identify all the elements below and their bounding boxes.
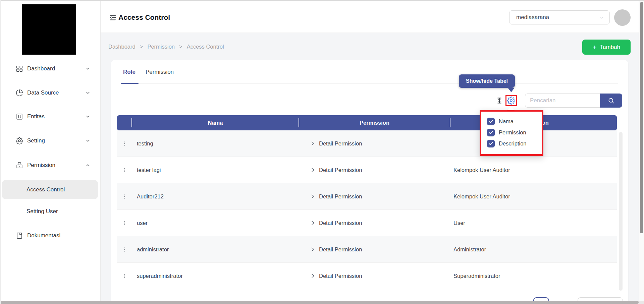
table-row: Auditor212 Detail Permission Kelompok Us…: [117, 183, 617, 210]
detail-permission-label: Detail Permission: [319, 220, 362, 226]
cell-description: Administrator: [450, 246, 617, 253]
text-height-icon[interactable]: [495, 97, 503, 105]
avatar[interactable]: [614, 9, 631, 26]
checkbox-checked[interactable]: [487, 140, 495, 147]
page-title: Access Control: [118, 13, 170, 21]
search-button[interactable]: [600, 94, 622, 108]
add-button[interactable]: + Tambah: [582, 40, 631, 55]
sidebar-subitem-label: Setting User: [26, 208, 58, 215]
sidebar-item-setting[interactable]: Setting: [0, 133, 101, 148]
row-kebab-menu-icon[interactable]: [122, 246, 127, 253]
breadcrumb-separator: >: [179, 44, 182, 50]
chevron-right-icon: [310, 220, 315, 226]
scrollbar-corner: [639, 301, 644, 304]
annotation-box-gear: [505, 95, 517, 106]
detail-permission-label: Detail Permission: [319, 246, 362, 253]
row-kebab-menu-icon[interactable]: [122, 140, 127, 147]
breadcrumb-permission[interactable]: Permission: [147, 44, 175, 50]
sidebar: Dashboard Data Source Entitas: [0, 0, 101, 304]
chevron-down-icon: [85, 114, 91, 119]
workspace-select-value: mediasarana: [516, 14, 549, 21]
gear-icon: [16, 137, 23, 144]
vertical-scrollbar-thumb[interactable]: [640, 2, 643, 233]
sidebar-item-label: Dokumentasi: [27, 232, 60, 239]
sidebar-item-label: Setting: [27, 137, 45, 144]
check-icon: [488, 119, 493, 124]
sidebar-item-permission[interactable]: Permission: [0, 158, 101, 173]
row-kebab-menu-icon[interactable]: [122, 193, 127, 200]
tab-permission[interactable]: Permission: [146, 69, 174, 75]
breadcrumb-dashboard[interactable]: Dashboard: [108, 44, 136, 50]
app-window: Dashboard Data Source Entitas: [0, 0, 644, 304]
detail-permission-toggle[interactable]: Detail Permission: [299, 246, 450, 253]
detail-permission-toggle[interactable]: Detail Permission: [299, 193, 450, 200]
breadcrumb-access-control[interactable]: Access Control: [187, 44, 224, 50]
chevron-right-icon: [310, 247, 315, 252]
cell-description: User: [450, 220, 617, 226]
add-button-label: Tambah: [600, 44, 620, 51]
sidebar-item-setting-user[interactable]: Setting User: [2, 204, 98, 219]
column-toggle-popup: Nama Permission Description: [480, 110, 543, 156]
cell-name: testing: [132, 140, 299, 147]
cell-description: Superadministrator: [450, 273, 617, 279]
cell-description: Kelompok User Auditor: [450, 193, 617, 200]
sidebar-collapse-icon[interactable]: [109, 14, 117, 21]
pie-chart-icon: [16, 89, 23, 97]
horizontal-scrollbar-thumb[interactable]: [0, 301, 639, 304]
logo: [22, 4, 76, 55]
sidebar-item-access-control[interactable]: Access Control: [2, 180, 98, 199]
tab-role[interactable]: Role: [123, 69, 136, 75]
search-input[interactable]: [525, 94, 600, 108]
chevron-right-icon: [310, 194, 315, 199]
topbar: Access Control mediasarana: [101, 0, 644, 33]
chevron-down-icon: [85, 66, 91, 71]
chevron-down-icon: [599, 15, 604, 20]
row-kebab-menu-icon[interactable]: [122, 273, 127, 279]
sidebar-item-dashboard[interactable]: Dashboard: [0, 61, 101, 76]
workspace-select[interactable]: mediasarana: [509, 10, 610, 24]
detail-permission-label: Detail Permission: [319, 167, 362, 173]
detail-permission-label: Detail Permission: [319, 140, 362, 147]
breadcrumb: Dashboard > Permission > Access Control: [108, 44, 224, 50]
unlock-icon: [16, 162, 23, 169]
active-tab-underline: [121, 83, 139, 84]
table-header-nama: Nama: [132, 115, 299, 130]
table-row: administrator Detail Permission Administ…: [117, 236, 617, 263]
chevron-down-icon: [85, 138, 91, 143]
checkbox-checked[interactable]: [487, 129, 495, 136]
bookmark-icon: [16, 232, 23, 239]
row-kebab-menu-icon[interactable]: [122, 220, 127, 226]
detail-permission-toggle[interactable]: Detail Permission: [299, 167, 450, 173]
detail-permission-label: Detail Permission: [319, 193, 362, 200]
table-row: superadministrator Detail Permission Sup…: [117, 263, 617, 289]
chevron-up-icon: [85, 163, 91, 168]
detail-permission-toggle[interactable]: Detail Permission: [299, 273, 450, 279]
chevron-right-icon: [310, 167, 315, 173]
detail-permission-toggle[interactable]: Detail Permission: [299, 220, 450, 226]
sidebar-item-dokumentasi[interactable]: Dokumentasi: [0, 228, 101, 243]
popup-arrow: [507, 106, 515, 110]
cell-name: administrator: [132, 246, 299, 253]
column-option: Nama: [487, 118, 542, 125]
column-option-label: Description: [499, 140, 527, 147]
checkbox-checked[interactable]: [487, 118, 495, 125]
window-frame-left: [0, 0, 1, 304]
plus-icon: +: [593, 44, 597, 51]
chevron-right-icon: [310, 273, 315, 279]
tooltip-text: Show/hide Tabel: [466, 78, 508, 84]
row-kebab-menu-icon[interactable]: [122, 167, 127, 173]
sidebar-item-data-source[interactable]: Data Source: [0, 85, 101, 101]
column-option: Permission: [487, 129, 542, 136]
search-icon: [608, 97, 614, 104]
show-hide-table-tooltip: Show/hide Tabel: [459, 74, 515, 88]
breadcrumb-separator: >: [140, 44, 143, 50]
sidebar-item-entitas[interactable]: Entitas: [0, 109, 101, 124]
grid-icon: [16, 65, 23, 72]
cell-description: Kelompok User Auditor: [450, 167, 617, 173]
column-option-label: Permission: [499, 129, 526, 136]
cell-name: user: [132, 220, 299, 226]
detail-permission-toggle[interactable]: Detail Permission: [299, 140, 450, 147]
content-card: Role Permission Nama Pe: [111, 60, 628, 304]
table-scrollbar-track[interactable]: [619, 132, 623, 291]
chevron-right-icon: [310, 141, 315, 146]
